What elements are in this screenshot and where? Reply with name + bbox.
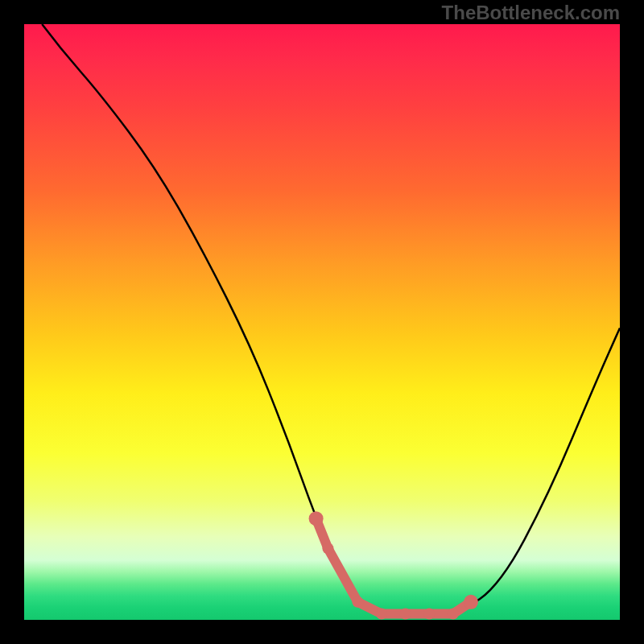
marker-dot: [464, 595, 478, 609]
optimal-range-line: [316, 518, 471, 613]
marker-dot: [376, 609, 387, 620]
watermark-text: TheBottleneck.com: [442, 2, 620, 24]
marker-dot: [322, 543, 333, 554]
marker-dot: [400, 609, 411, 620]
chart-svg-layer: [24, 24, 620, 620]
chart-area: [24, 24, 620, 620]
marker-dot: [352, 597, 363, 608]
marker-dot: [423, 609, 435, 620]
marker-dot: [309, 511, 324, 526]
marker-dot: [448, 609, 459, 620]
bottleneck-curve: [42, 24, 620, 614]
